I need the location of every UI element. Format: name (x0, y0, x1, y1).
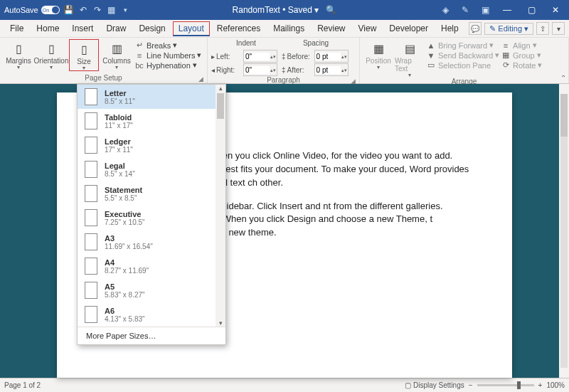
page-icon (85, 112, 97, 129)
size-option-ledger[interactable]: Ledger17" x 11" (78, 133, 216, 157)
search-icon[interactable]: 🔍 (326, 5, 336, 15)
dropdown-scroll-thumb[interactable] (217, 93, 224, 119)
columns-icon: ▥ (109, 41, 124, 56)
indent-header: Indent (211, 39, 281, 47)
size-option-legal[interactable]: Legal8.5" x 14" (78, 157, 216, 181)
scroll-down-icon[interactable]: ▾ (219, 319, 223, 327)
qat-dropdown-icon[interactable]: ▾ (121, 5, 131, 15)
share-button[interactable]: ⇪ (536, 22, 549, 35)
page-icon (85, 185, 97, 202)
paragraph-label: Paragraph (267, 76, 300, 84)
vertical-scrollbar[interactable] (559, 84, 569, 378)
size-option-executive[interactable]: Executive7.25" x 10.5" (78, 206, 216, 230)
autosave-switch[interactable]: On (41, 6, 60, 14)
tab-insert[interactable]: Insert (66, 21, 99, 36)
bring-forward-icon: ▲ (426, 41, 436, 50)
tab-references[interactable]: References (211, 21, 266, 36)
tab-developer[interactable]: Developer (383, 21, 434, 36)
coming-soon-icon[interactable]: ✎ (458, 5, 472, 15)
zoom-slider[interactable] (477, 384, 534, 386)
size-option-tabloid[interactable]: Tabloid11" x 17" (78, 109, 216, 133)
rotate-button[interactable]: ⟳Rotate ▾ (501, 60, 542, 70)
document-title[interactable]: RandomText • Saved ▾ (233, 5, 319, 15)
size-dimensions: 5.5" x 8.5" (105, 194, 142, 202)
page-icon (85, 258, 97, 275)
zoom-level[interactable]: 100% (546, 381, 565, 389)
size-option-a6[interactable]: A64.13" x 5.83" (78, 302, 216, 327)
comments-button[interactable]: 💬 (469, 22, 482, 35)
hyphenation-button[interactable]: bcHyphenation ▾ (134, 60, 201, 70)
tab-design[interactable]: Design (133, 21, 171, 36)
tab-layout[interactable]: Layout (173, 21, 210, 36)
page-icon (85, 209, 97, 226)
zoom-in-button[interactable]: + (538, 381, 543, 389)
size-name: A6 (105, 307, 145, 315)
size-option-a5[interactable]: A55.83" x 8.27" (78, 278, 216, 302)
size-dimensions: 5.83" x 8.27" (105, 291, 145, 299)
redo-icon[interactable]: ↷ (92, 5, 102, 15)
tab-view[interactable]: View (353, 21, 383, 36)
size-option-letter[interactable]: Letter8.5" x 11" (78, 85, 216, 109)
more-button[interactable]: ▾ (552, 22, 565, 35)
tab-help[interactable]: Help (435, 21, 464, 36)
editing-mode-button[interactable]: ✎ Editing ▾ (484, 23, 533, 35)
scroll-thumb[interactable] (560, 94, 568, 137)
breaks-button[interactable]: ↵Breaks ▾ (134, 41, 201, 50)
line-numbers-icon: ≡ (134, 51, 144, 60)
selection-pane-icon: ▭ (426, 60, 436, 70)
size-dimensions: 8.27" x 11.69" (105, 267, 149, 275)
indent-left-icon: ▸ (211, 53, 215, 60)
ribbon-display-icon[interactable]: ▣ (478, 5, 492, 15)
line-numbers-button[interactable]: ≡Line Numbers ▾ (134, 51, 201, 60)
display-settings-button[interactable]: ▢ Display Settings (405, 381, 464, 389)
tab-draw[interactable]: Draw (100, 21, 132, 36)
tab-home[interactable]: Home (31, 21, 65, 36)
page-icon (85, 282, 97, 299)
indent-right-input[interactable]: ▴▾ (243, 63, 277, 76)
save-icon[interactable]: 💾 (64, 5, 74, 15)
premium-icon[interactable]: ◈ (438, 5, 452, 15)
margins-button[interactable]: ▯ Margins▾ (4, 39, 33, 70)
qat-custom-icon[interactable]: ▦ (107, 5, 117, 15)
undo-icon[interactable]: ↶ (78, 5, 88, 15)
size-name: Letter (105, 89, 135, 97)
page-icon (85, 233, 97, 250)
size-option-a3[interactable]: A311.69" x 16.54" (78, 230, 216, 254)
tab-mailings[interactable]: Mailings (267, 21, 310, 36)
indent-left-input[interactable]: ▴▾ (243, 50, 277, 63)
orientation-button[interactable]: ▯ Orientation▾ (36, 39, 66, 70)
size-option-statement[interactable]: Statement5.5" x 8.5" (78, 181, 216, 206)
maximize-button[interactable]: ▢ (522, 0, 541, 20)
collapse-ribbon-button[interactable]: ⌃ (560, 74, 566, 82)
selection-pane-button[interactable]: ▭Selection Pane (426, 60, 499, 70)
spacing-after-input[interactable]: ▴▾ (314, 63, 349, 76)
scroll-up-icon[interactable]: ▴ (219, 85, 223, 92)
tab-review[interactable]: Review (312, 21, 351, 36)
page-icon (85, 137, 97, 154)
dropdown-scrollbar[interactable]: ▴ ▾ (216, 85, 225, 327)
columns-button[interactable]: ▥ Columns▾ (102, 39, 132, 70)
wrap-text-button[interactable]: ▤ Wrap Text▾ (395, 39, 425, 78)
minimize-button[interactable]: — (498, 0, 516, 20)
size-dimensions: 17" x 11" (105, 146, 133, 154)
position-button[interactable]: ▦ Position▾ (363, 39, 393, 70)
size-option-a4[interactable]: A48.27" x 11.69" (78, 254, 216, 278)
send-backward-button[interactable]: ▼Send Backward ▾ (426, 51, 499, 60)
spacing-before-input[interactable]: ▴▾ (314, 50, 349, 63)
size-dimensions: 11" x 17" (105, 122, 133, 129)
bring-forward-button[interactable]: ▲Bring Forward ▾ (426, 41, 499, 50)
size-name: Tabloid (105, 113, 133, 122)
group-objects-button[interactable]: ▦Group ▾ (501, 51, 542, 60)
zoom-out-button[interactable]: − (469, 381, 473, 389)
align-button[interactable]: ≡Align ▾ (501, 41, 542, 50)
size-icon: ▯ (76, 41, 92, 57)
size-name: A4 (105, 258, 149, 267)
tab-file[interactable]: File (4, 21, 29, 36)
size-button[interactable]: ▯ Size▾ (69, 39, 99, 71)
page-indicator[interactable]: Page 1 of 2 (4, 381, 41, 389)
spacing-header: Spacing (281, 39, 351, 47)
autosave-toggle[interactable]: AutoSave On (4, 6, 60, 14)
close-button[interactable]: ✕ (546, 0, 565, 20)
page-setup-dialog-launcher[interactable]: ◢ (198, 75, 203, 83)
more-paper-sizes[interactable]: More Paper Sizes… (78, 327, 225, 344)
